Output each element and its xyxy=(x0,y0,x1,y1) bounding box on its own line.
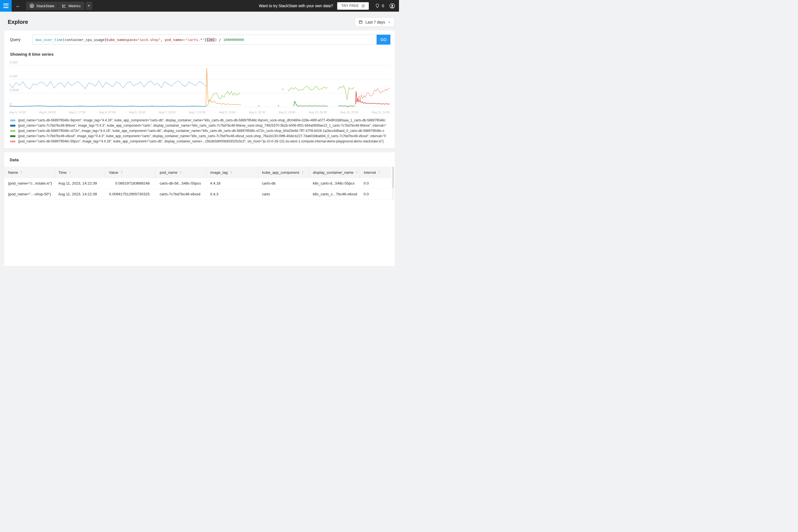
legend-item[interactable]: {pod_name="carts-7c7bd7bc46-x6xsd", imag… xyxy=(10,134,391,138)
x-tick-label: Aug 8, 13:00 xyxy=(219,111,235,114)
table-cell: 0.0 xyxy=(360,189,391,199)
column-header-display_container_name[interactable]: display_container_name▲▼ xyxy=(309,167,360,178)
column-header-pod_name[interactable]: pod_name▲▼ xyxy=(156,167,206,178)
stackstate-logo-icon xyxy=(30,4,34,8)
query-token: = xyxy=(135,38,138,42)
nav-dropdown-caret[interactable]: ▼ xyxy=(86,2,92,10)
tab-metrics[interactable]: Metrics xyxy=(58,2,84,10)
column-header-kube_app_component[interactable]: kube_app_component▲▼ xyxy=(258,167,309,178)
table-cell: 4.4.16 xyxy=(206,178,258,189)
legend-item[interactable]: {pod_name="carts-db-588979548c-st72n", i… xyxy=(10,129,391,133)
x-tick-label: Aug 11, 14:00 xyxy=(372,111,390,114)
go-button[interactable]: GO xyxy=(377,35,391,44)
table-cell: {pod_name="c...kstate.io"} xyxy=(4,178,54,189)
legend-swatch-icon xyxy=(10,140,16,142)
table-cell: 0.0 xyxy=(360,178,391,189)
table-cell: carts-db-58...548c-55pcs xyxy=(156,178,206,189)
time-range-label: Last 7 days xyxy=(365,20,385,24)
query-token: } xyxy=(205,38,207,42)
metrics-chart-icon xyxy=(62,4,66,8)
series-line xyxy=(338,86,355,100)
y-tick-label: 0.100 xyxy=(10,75,17,78)
table-row[interactable]: {pod_name="c...kstate.io"}Aug 11, 2023, … xyxy=(4,178,391,189)
column-header-Name[interactable]: Name▲▼ xyxy=(4,167,54,178)
back-button[interactable]: ← xyxy=(12,0,24,12)
x-tick-label: Aug 5, 04:00 xyxy=(39,111,56,114)
series-line xyxy=(9,81,206,89)
column-header-Value[interactable]: Value▲▼ xyxy=(105,167,156,178)
query-token: kube_namespace xyxy=(107,38,135,42)
legend-item[interactable]: {pod_name="carts-db-588979548c-55pcs", i… xyxy=(10,139,391,143)
chevron-down-icon xyxy=(388,20,391,23)
table-scrollbar-track[interactable] xyxy=(392,167,394,200)
brand-button-stackstate[interactable]: StackState xyxy=(26,2,58,10)
try-free-button[interactable]: TRY FREE xyxy=(337,2,369,10)
sort-icon[interactable]: ▲▼ xyxy=(180,171,182,174)
query-input[interactable]: max_over_time(container_cpu_usage{kube_n… xyxy=(33,35,377,44)
table-cell: 0.009417512905730325 xyxy=(105,189,156,199)
table-cell: k8s_carts-d...548c-55pcs xyxy=(309,178,360,189)
x-tick-label: Aug 9, 02:30 xyxy=(249,111,265,114)
sort-icon[interactable]: ▲▼ xyxy=(378,171,380,174)
query-token: ] xyxy=(213,38,215,42)
y-tick-label: 0.0500 xyxy=(10,89,19,92)
sort-icon[interactable]: ▲▼ xyxy=(302,171,304,174)
column-header-label: pod_name xyxy=(159,170,177,174)
x-tick-label: Aug 6, 20:30 xyxy=(129,111,146,114)
column-header-label: interval xyxy=(364,170,376,174)
legend-item[interactable]: {pod_name="carts-7c7bd7bc46-6hkvw", imag… xyxy=(10,124,391,128)
table-scrollbar-thumb[interactable] xyxy=(392,167,394,188)
query-token: , xyxy=(161,38,165,42)
legend-item[interactable]: {pod_name="carts-db-588979548c-9qnxm", i… xyxy=(10,118,391,122)
column-header-Time[interactable]: Time▲▼ xyxy=(54,167,105,178)
sort-icon[interactable]: ▲▼ xyxy=(20,171,22,174)
legend-label: {pod_name="carts-7c7bd7bc46-6hkvw", imag… xyxy=(18,124,386,128)
sort-icon[interactable]: ▲▼ xyxy=(69,171,71,174)
query-token: [ xyxy=(206,38,209,42)
y-tick-label: 0 xyxy=(10,102,11,106)
table-row[interactable]: {pod_name="...-shop-50"}Aug 11, 2023, 14… xyxy=(4,189,391,199)
hamburger-menu-button[interactable] xyxy=(0,0,12,12)
top-navbar: ← StackState Metrics ▼ Want to try Stack… xyxy=(0,0,399,12)
query-token: "carts.*" xyxy=(186,38,205,42)
time-range-selector[interactable]: Last 7 days xyxy=(355,17,395,27)
series-line xyxy=(288,87,328,91)
query-token: max_over_time xyxy=(36,38,63,42)
series-line xyxy=(338,106,355,107)
pin-icon[interactable] xyxy=(375,3,380,8)
series-point xyxy=(258,105,259,107)
legend-label: {pod_name="carts-db-588979548c-st72n", i… xyxy=(18,129,384,133)
column-header-image_tag[interactable]: image_tag▲▼ xyxy=(206,167,258,178)
sort-icon[interactable]: ▲▼ xyxy=(121,171,123,174)
query-token: 1000000000 xyxy=(223,38,244,42)
x-tick-label: Aug 10, 20:00 xyxy=(340,111,358,114)
x-axis: Aug 4, 14:00Aug 5, 04:00Aug 5, 17:30Aug … xyxy=(9,111,390,114)
series-line xyxy=(206,68,241,107)
explore-panel: Query max_over_time(container_cpu_usage{… xyxy=(4,31,395,148)
table-body: {pod_name="c...kstate.io"}Aug 11, 2023, … xyxy=(4,178,391,199)
brand-label: StackState xyxy=(36,4,54,8)
query-label: Query xyxy=(8,37,33,42)
avatar[interactable] xyxy=(389,3,395,9)
column-header-label: image_tag xyxy=(210,170,228,174)
sort-icon[interactable]: ▲▼ xyxy=(356,171,358,174)
chart-plot: 0.1500.1000.05000 xyxy=(9,59,390,109)
legend-label: {pod_name="carts-db-588979548c-9qnxm", i… xyxy=(18,118,385,122)
pin-count: 0 xyxy=(382,4,384,8)
data-panel: Data Name▲▼Time▲▼Value▲▼pod_name▲▼image_… xyxy=(4,152,395,266)
column-header-interval[interactable]: interval▲▼ xyxy=(360,167,391,178)
tab-metrics-label: Metrics xyxy=(69,4,81,8)
legend-label: {pod_name="carts-db-588979548c-55pcs", i… xyxy=(18,139,384,143)
column-header-label: kube_app_component xyxy=(262,170,299,174)
x-tick-label: Aug 5, 17:30 xyxy=(69,111,86,114)
query-token: ) / xyxy=(215,38,223,42)
external-link-icon xyxy=(361,4,365,8)
legend-swatch-icon xyxy=(10,119,16,121)
table-cell: Aug 11, 2023, 14:22:39 xyxy=(54,189,105,199)
series-line xyxy=(207,91,240,107)
legend-label: {pod_name="carts-7c7bd7bc46-x6xsd", imag… xyxy=(18,134,386,138)
time-series-chart: 0.1500.1000.05000 Aug 4, 14:00Aug 5, 04:… xyxy=(9,59,390,114)
promo-text: Want to try StackState with your own dat… xyxy=(259,4,333,8)
sort-icon[interactable]: ▲▼ xyxy=(230,171,232,174)
query-token: =~ xyxy=(182,38,186,42)
